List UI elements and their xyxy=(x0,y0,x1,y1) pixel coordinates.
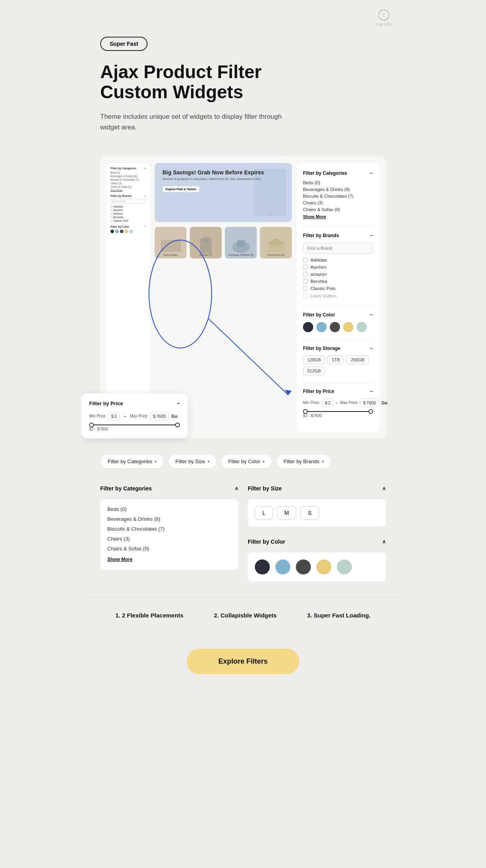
accordion-color-header[interactable]: Filter by Color ∧ xyxy=(248,533,386,551)
storage-tag-1tb[interactable]: 1TB xyxy=(327,355,344,364)
svg-marker-10 xyxy=(266,238,286,245)
size-tag-l[interactable]: L xyxy=(255,506,273,520)
brand-item[interactable]: Addidas xyxy=(303,258,373,262)
brand-item[interactable]: Aiychim xyxy=(303,265,373,269)
brand-item[interactable]: Classic Polo xyxy=(303,286,373,291)
float-min-label: Min Price xyxy=(89,414,106,418)
storage-tag-256gb[interactable]: 256GB xyxy=(346,355,368,364)
category-item[interactable]: Beverages & Drinks (8) xyxy=(303,187,373,192)
color-swatch-mint[interactable] xyxy=(357,322,367,332)
price-slider-thumb-max[interactable] xyxy=(368,409,373,414)
brand-checkbox[interactable] xyxy=(303,258,308,262)
float-range-text: $2 - $7600 xyxy=(89,427,180,431)
price-min-value[interactable]: 2 xyxy=(328,400,331,405)
brand-item[interactable]: amazon xyxy=(303,272,373,277)
accordion-area: Filter by Categories ∧ Beds (0) Beverage… xyxy=(81,480,405,582)
float-slider-thumb-max[interactable] xyxy=(175,423,180,427)
price-go-button[interactable]: Go xyxy=(381,400,387,405)
chevron-down-icon: ▾ xyxy=(207,459,209,464)
accordion-categories-body: Beds (0) Beverages & Drinks (8) Biscuits… xyxy=(100,499,238,570)
price-slider-thumb-min[interactable] xyxy=(303,409,308,414)
acc-category-item[interactable]: Beds (0) xyxy=(107,506,231,512)
float-max-label: Max Price xyxy=(130,414,147,418)
color-swatch-light-blue[interactable] xyxy=(316,322,327,332)
small-sidebar: Filter by Categories − Beds (0) Beverage… xyxy=(107,163,150,432)
category-item[interactable]: Beds (0) xyxy=(303,180,373,185)
small-show-more[interactable]: Show More xyxy=(110,189,146,191)
product-thumb-home: Home Decor (9) xyxy=(260,227,292,258)
brand-search-input[interactable] xyxy=(303,243,373,254)
sale-banner: Big Savings! Grab Now Before Expires All… xyxy=(155,163,292,222)
accordion-categories-header[interactable]: Filter by Categories ∧ xyxy=(100,480,238,498)
accordion-color-title: Filter by Color xyxy=(248,539,285,545)
widget-brands-title: Filter by Brands − xyxy=(303,232,373,239)
storage-tag-128gb[interactable]: 128GB xyxy=(303,355,325,364)
small-brands-section: Filter by Brands − Find a brand Addidas … xyxy=(110,195,146,222)
acc-category-item[interactable]: Beverages & Drinks (8) xyxy=(107,516,231,522)
price-min-label: Min Price xyxy=(303,400,320,405)
color-swatch-yellow[interactable] xyxy=(343,322,353,332)
filter-color-dropdown[interactable]: Filter by Color ▾ xyxy=(221,454,272,469)
small-cat-item: Chairs & Sofas (0) xyxy=(110,185,146,188)
float-slider-thumb-min[interactable] xyxy=(89,423,94,427)
category-item[interactable]: Chairs (3) xyxy=(303,200,373,205)
float-price-collapse[interactable]: − xyxy=(177,400,180,406)
categories-collapse[interactable]: − xyxy=(370,170,373,176)
float-min-input[interactable]: $ 2 xyxy=(108,412,120,421)
color-swatch-dark-gray[interactable] xyxy=(330,322,340,332)
category-item[interactable]: Chairs & Sofas (0) xyxy=(303,207,373,212)
super-fast-badge: Super Fast xyxy=(100,37,148,51)
categories-show-more[interactable]: Show More xyxy=(303,214,326,219)
category-item[interactable]: Biscuits & Chocolates (7) xyxy=(303,194,373,198)
float-go-button[interactable]: Go xyxy=(171,414,177,419)
filter-categories-dropdown[interactable]: Filter by Categories ▾ xyxy=(100,454,164,469)
explore-filters-button[interactable]: Explore Filters xyxy=(187,649,299,674)
size-tag-s[interactable]: S xyxy=(300,506,319,520)
brand-checkbox[interactable] xyxy=(303,272,308,277)
accordion-swatch-mint[interactable] xyxy=(337,559,352,574)
brand-checkbox[interactable] xyxy=(303,286,308,291)
accordion-swatch-dark-navy[interactable] xyxy=(255,559,270,574)
accordion-swatch-dark-gray[interactable] xyxy=(296,559,311,574)
small-brand-item: Classic Polo xyxy=(110,219,146,222)
accordion-swatch-yellow[interactable] xyxy=(316,559,331,574)
price-range-display: $2 - $7600 xyxy=(303,413,373,418)
brand-checkbox[interactable] xyxy=(303,279,308,284)
widget-divider xyxy=(303,339,373,340)
accordion-show-more[interactable]: Show More xyxy=(107,557,133,562)
color-swatch-dark-navy[interactable] xyxy=(303,322,313,332)
price-max-value[interactable]: 7600 xyxy=(366,400,376,405)
storage-tag-512gb[interactable]: 512GB xyxy=(303,367,325,375)
middle-content: Big Savings! Grab Now Before Expires All… xyxy=(150,163,297,432)
product-image xyxy=(264,236,288,254)
small-cat-item: Chairs (3) xyxy=(110,182,146,185)
sale-banner-text: Big Savings! Grab Now Before Expires All… xyxy=(163,169,284,192)
accordion-swatch-light-blue[interactable] xyxy=(275,559,290,574)
price-slider[interactable] xyxy=(303,411,373,412)
widget-divider xyxy=(303,226,373,227)
brands-collapse[interactable]: − xyxy=(370,232,373,239)
acc-category-item[interactable]: Biscuits & Chocolates (7) xyxy=(107,526,231,532)
small-color-title: Filter by Color − xyxy=(110,225,146,228)
float-max-value: 7600 xyxy=(156,414,166,419)
size-tag-m[interactable]: M xyxy=(277,506,297,520)
widget-storage-title: Filter by Storage − xyxy=(303,345,373,352)
filter-size-dropdown[interactable]: Filter by Size ▾ xyxy=(168,454,217,469)
float-max-input[interactable]: $ 7600 xyxy=(150,412,169,421)
color-collapse[interactable]: − xyxy=(370,312,373,318)
storage-collapse[interactable]: − xyxy=(370,345,373,352)
small-brand-input[interactable]: Find a brand xyxy=(110,199,146,204)
price-collapse[interactable]: − xyxy=(370,388,373,395)
brand-checkbox[interactable] xyxy=(303,265,308,269)
widget-price-title: Filter by Price − xyxy=(303,388,373,395)
accordion-size-header[interactable]: Filter by Size ∧ xyxy=(248,480,386,498)
acc-category-item[interactable]: Chairs (3) xyxy=(107,536,231,542)
brand-item[interactable]: Bershka xyxy=(303,279,373,284)
float-price-slider[interactable] xyxy=(89,425,180,425)
filter-brands-dropdown[interactable]: Filter by Brands ▾ xyxy=(276,454,331,469)
sale-button[interactable]: Explore Pads & Tablets xyxy=(163,186,199,192)
hero-description: Theme includes unique set of widgets to … xyxy=(100,111,290,133)
product-label: Dresses (7) xyxy=(200,254,212,256)
acc-category-item[interactable]: Chairs & Sofas (0) xyxy=(107,546,231,552)
small-brand-item: Bershka xyxy=(110,216,146,219)
